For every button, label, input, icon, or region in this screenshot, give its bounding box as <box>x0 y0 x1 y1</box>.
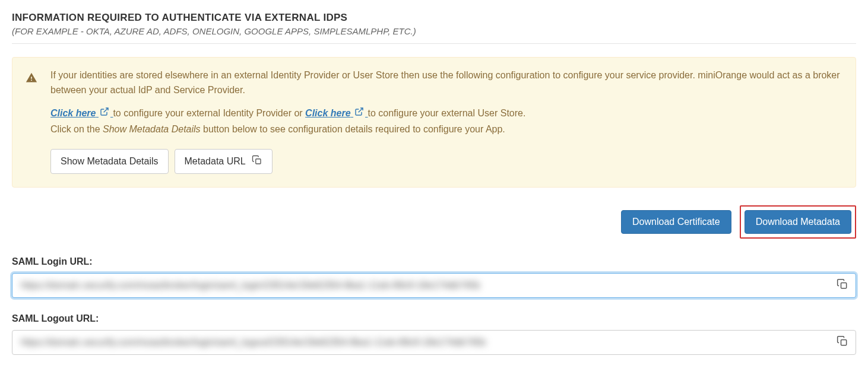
saml-login-value: https://domain.xecurify.com/moas/broker/… <box>12 274 829 297</box>
saml-login-group: SAML Login URL: https://domain.xecurify.… <box>12 256 856 298</box>
svg-line-0 <box>104 108 108 112</box>
configure-idp-link[interactable]: Click here <box>50 108 113 118</box>
copy-icon <box>252 155 262 168</box>
saml-logout-label: SAML Logout URL: <box>12 313 856 324</box>
section-title: INFORMATION REQUIRED TO AUTHENTICATE VIA… <box>12 12 856 24</box>
svg-rect-2 <box>255 158 260 163</box>
link-text: Click here <box>50 108 96 118</box>
divider <box>12 43 856 44</box>
external-link-icon <box>354 106 364 121</box>
copy-icon <box>837 335 848 350</box>
external-link-icon <box>100 106 109 121</box>
copy-login-button[interactable] <box>829 274 856 297</box>
saml-logout-field[interactable]: https://domain.xecurify.com/moas/broker/… <box>12 330 856 355</box>
alert-button-row: Show Metadata Details Metadata URL <box>50 149 842 174</box>
text: Click on the <box>50 124 103 134</box>
svg-rect-4 <box>841 339 847 345</box>
download-row: Download Certificate Download Metadata <box>12 205 856 239</box>
configure-userstore-link[interactable]: Click here <box>305 108 368 118</box>
alert-intro: If your identities are stored elsewhere … <box>50 68 842 98</box>
alert-text-after: to configure your external User Store. <box>368 108 526 118</box>
svg-rect-3 <box>841 283 847 288</box>
alert-content: If your identities are stored elsewhere … <box>50 68 842 174</box>
alert-text-between: to configure your external Identity Prov… <box>113 108 305 118</box>
saml-logout-group: SAML Logout URL: https://domain.xecurify… <box>12 313 856 355</box>
copy-icon <box>837 278 848 293</box>
highlight-frame: Download Metadata <box>740 205 856 239</box>
download-metadata-button[interactable]: Download Metadata <box>745 210 851 234</box>
svg-line-1 <box>359 108 363 112</box>
copy-logout-button[interactable] <box>829 331 856 354</box>
info-alert: If your identities are stored elsewhere … <box>12 57 856 188</box>
section-subtitle: (FOR EXAMPLE - OKTA, AZURE AD, ADFS, ONE… <box>12 26 856 36</box>
emphasis-text: Show Metadata Details <box>103 124 201 134</box>
metadata-url-button[interactable]: Metadata URL <box>175 149 273 174</box>
show-metadata-button[interactable]: Show Metadata Details <box>50 149 169 174</box>
button-label: Metadata URL <box>185 155 246 167</box>
alert-links-line: Click here to configure your external Id… <box>50 106 842 121</box>
warning-icon <box>26 72 37 86</box>
download-certificate-button[interactable]: Download Certificate <box>621 210 731 234</box>
text: button below to see configuration detail… <box>201 124 505 134</box>
alert-metadata-line: Click on the Show Metadata Details butto… <box>50 122 842 137</box>
link-text: Click here <box>305 108 350 118</box>
saml-login-field[interactable]: https://domain.xecurify.com/moas/broker/… <box>12 273 856 298</box>
saml-login-label: SAML Login URL: <box>12 256 856 267</box>
saml-logout-value: https://domain.xecurify.com/moas/broker/… <box>12 331 829 354</box>
